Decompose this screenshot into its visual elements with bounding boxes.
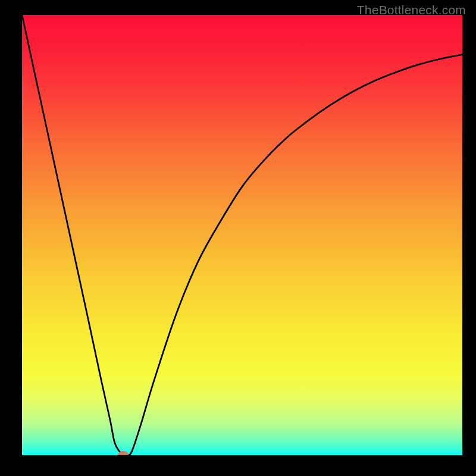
chart-root: TheBottleneck.com: [0, 0, 476, 476]
plot-area: [22, 15, 462, 455]
svg-rect-0: [22, 15, 462, 455]
optimal-point-marker: [118, 451, 129, 455]
gradient-background: [22, 15, 462, 455]
